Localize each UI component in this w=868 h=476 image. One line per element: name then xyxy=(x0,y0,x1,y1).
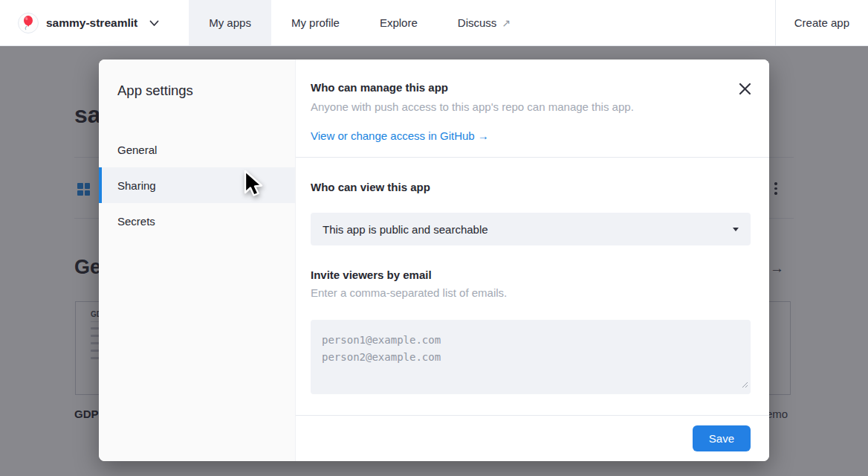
settings-title: App settings xyxy=(99,60,295,99)
manage-section-description: Anyone with push access to this app's re… xyxy=(311,100,751,115)
workspace-name: sammy-streamlit xyxy=(46,16,137,30)
view-permission-select[interactable]: This app is public and searchable xyxy=(311,213,751,245)
external-link-icon: ↗ xyxy=(502,17,511,29)
create-app-button[interactable]: Create app xyxy=(775,0,868,45)
view-permission-selected-option: This app is public and searchable xyxy=(323,223,488,236)
save-button[interactable]: Save xyxy=(693,425,751,451)
manage-section: Who can manage this app Anyone with push… xyxy=(296,60,769,158)
nav-tab-label: My profile xyxy=(291,16,340,29)
arrow-right-icon: → xyxy=(475,129,489,142)
view-section: Who can view this app This app is public… xyxy=(296,158,769,245)
sidebar-item-secrets[interactable]: Secrets xyxy=(99,203,295,239)
chevron-down-icon xyxy=(149,16,159,30)
settings-sidebar: App settings General Sharing Secrets xyxy=(99,60,296,461)
chevron-down-icon xyxy=(733,228,739,231)
nav-tabs: My apps My profile Explore Discuss ↗ xyxy=(189,0,531,45)
workspace-switcher[interactable]: sammy-streamlit xyxy=(0,0,172,45)
nav-tab-label: Explore xyxy=(380,16,418,29)
invite-section-description: Enter a comma-separated list of emails. xyxy=(311,286,751,300)
modal-footer: Save xyxy=(296,415,769,461)
resize-grip-icon[interactable] xyxy=(742,378,748,391)
sidebar-item-general[interactable]: General xyxy=(99,132,295,167)
nav-tab-label: Discuss xyxy=(458,16,497,29)
nav-tab-my-apps[interactable]: My apps xyxy=(189,0,271,45)
invite-section: Invite viewers by email Enter a comma-se… xyxy=(296,245,769,394)
screen: sa Get → GDP GDP emo xyxy=(0,0,868,476)
streamlit-balloon-logo xyxy=(18,13,39,33)
top-navbar: sammy-streamlit My apps My profile Explo… xyxy=(0,0,868,46)
close-icon[interactable] xyxy=(736,82,753,98)
view-section-title: Who can view this app xyxy=(311,180,751,195)
invite-emails-textarea[interactable] xyxy=(311,320,751,394)
nav-tab-my-profile[interactable]: My profile xyxy=(271,0,360,45)
nav-tab-label: My apps xyxy=(209,16,251,29)
invite-section-title: Invite viewers by email xyxy=(311,268,751,283)
github-access-link[interactable]: View or change access in GitHub → xyxy=(311,129,489,142)
nav-tab-explore[interactable]: Explore xyxy=(360,0,438,45)
nav-tab-discuss[interactable]: Discuss ↗ xyxy=(438,0,531,45)
manage-section-title: Who can manage this app xyxy=(311,80,751,95)
sidebar-item-sharing[interactable]: Sharing xyxy=(99,167,295,203)
settings-panel-sharing: Who can manage this app Anyone with push… xyxy=(296,60,769,461)
app-settings-modal: App settings General Sharing Secrets Who… xyxy=(99,60,769,461)
github-access-link-label: View or change access in GitHub xyxy=(311,129,475,142)
